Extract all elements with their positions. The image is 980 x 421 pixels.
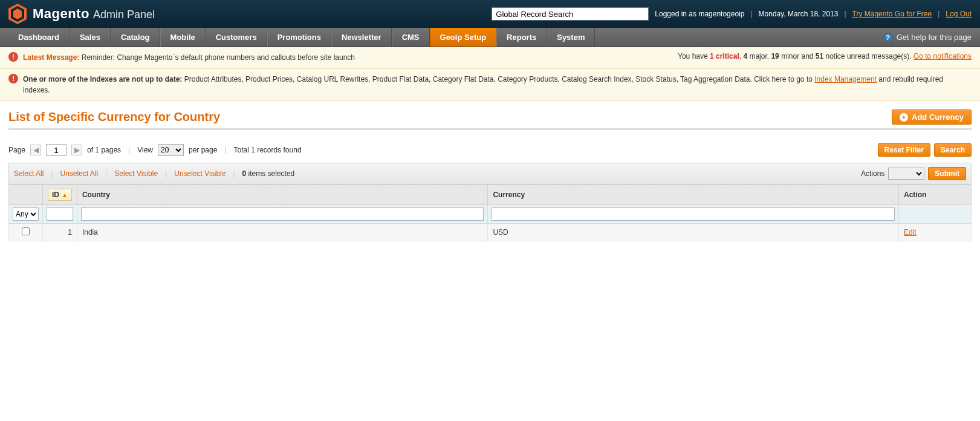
per-page-select[interactable]: 203050100200 (158, 144, 184, 156)
nav-item-system[interactable]: System (547, 28, 595, 47)
massaction-right: Actions Submit (861, 167, 966, 180)
col-header-id[interactable]: ID▲ (43, 185, 77, 205)
minor-label: minor and (779, 52, 816, 60)
title-rule (8, 128, 972, 130)
global-search-input[interactable] (492, 7, 649, 21)
row-checkbox-cell (9, 224, 43, 241)
nav-item-mobile[interactable]: Mobile (160, 28, 206, 47)
items-selected-label: items selected (246, 169, 294, 178)
page-head: List of Specific Currency for Country + … (8, 109, 972, 125)
logged-in-text: Logged in as magentogeoip (655, 10, 744, 18)
separator: | (844, 10, 846, 18)
page-input[interactable] (46, 144, 67, 156)
submit-button[interactable]: Submit (928, 167, 966, 180)
try-magento-link[interactable]: Try Magento Go for Free (852, 10, 932, 18)
sort-asc-icon: ▲ (59, 192, 68, 198)
nav-item-sales[interactable]: Sales (70, 28, 111, 47)
edit-link[interactable]: Edit (904, 228, 917, 237)
header-date: Monday, March 18, 2013 (759, 10, 839, 18)
logged-in-prefix: Logged in as (655, 10, 696, 18)
latest-message-notice: ! Latest Message: Reminder: Change Magen… (0, 47, 980, 69)
unselect-visible-link[interactable]: Unselect Visible (174, 169, 226, 178)
view-label: View (137, 146, 153, 154)
logout-link[interactable]: Log Out (946, 10, 972, 18)
total-records-label: Total 1 records found (234, 146, 302, 154)
nav-item-geoip-setup[interactable]: Geoip Setup (430, 28, 497, 47)
nav-item-promotions[interactable]: Promotions (267, 28, 331, 47)
currency-grid: ID▲ Country Currency Action AnyYesNo (8, 184, 972, 241)
search-button[interactable]: Search (934, 143, 972, 157)
index-notice-text-a: Product Attributes, Product Prices, Cata… (182, 75, 814, 83)
critical-count: 1 (710, 52, 714, 60)
filter-checkbox-cell: AnyYesNo (9, 205, 43, 224)
nav-item-customers[interactable]: Customers (206, 28, 267, 47)
notice-summary: You have 1 critical, 4 major, 19 minor a… (678, 52, 972, 60)
col-header-country[interactable]: Country (77, 185, 488, 205)
brand-logo: Magento Admin Panel (8, 4, 155, 24)
actions-select[interactable] (888, 168, 924, 180)
col-id-label: ID (52, 191, 59, 199)
alert-icon: ! (8, 74, 18, 85)
help-link[interactable]: ? Get help for this page (875, 28, 980, 47)
unselect-all-link[interactable]: Unselect All (60, 169, 98, 178)
index-notice-body: One or more of the Indexes are not up to… (23, 74, 972, 96)
items-selected: 0 items selected (242, 169, 295, 178)
filter-country-input[interactable] (81, 207, 484, 221)
select-visible-link[interactable]: Select Visible (114, 169, 158, 178)
separator: | (47, 169, 56, 178)
page-label: Page (8, 146, 25, 154)
row-currency: USD (488, 224, 899, 241)
filter-row: AnyYesNo (9, 205, 972, 224)
page-prev-button[interactable]: ◀ (30, 145, 41, 155)
logged-in-user: magentogeoip (698, 10, 744, 18)
major-label: major (747, 52, 767, 60)
brand-sub: Admin Panel (93, 8, 155, 21)
row-action-cell: Edit (899, 224, 972, 241)
latest-message-label: Latest Message: (23, 53, 79, 62)
notice-label: notice unread message(s). (823, 52, 913, 60)
index-notice: ! One or more of the Indexes are not up … (0, 69, 980, 101)
add-currency-label: Add Currency (912, 113, 964, 122)
separator: | (161, 169, 170, 178)
per-page-label: per page (189, 146, 217, 154)
reset-filter-button[interactable]: Reset Filter (878, 143, 930, 157)
latest-message-text: Reminder: Change Magento`s default phone… (82, 53, 355, 62)
separator: | (938, 10, 939, 18)
grid-buttons: Reset Filter Search (878, 143, 972, 157)
filter-currency-cell (488, 205, 899, 224)
col-header-checkbox (9, 185, 43, 205)
index-notice-label: One or more of the Indexes are not up to… (23, 75, 182, 83)
nav-item-dashboard[interactable]: Dashboard (8, 28, 70, 47)
select-all-link[interactable]: Select All (14, 169, 44, 178)
of-pages-label: of 1 pages (87, 146, 121, 154)
nav-item-reports[interactable]: Reports (496, 28, 547, 47)
row-checkbox[interactable] (22, 227, 30, 235)
filter-country-cell (77, 205, 488, 224)
brand-main: Magento (33, 6, 89, 22)
col-header-currency[interactable]: Currency (488, 185, 899, 205)
add-currency-button[interactable]: + Add Currency (892, 109, 972, 125)
go-to-notifications-link[interactable]: Go to notifications (913, 52, 972, 60)
index-management-link[interactable]: Index Management (814, 75, 877, 83)
brand-text: Magento Admin Panel (33, 6, 155, 22)
content-area: List of Specific Currency for Country + … (0, 101, 980, 250)
notice-count: 51 (816, 52, 823, 60)
nav-item-catalog[interactable]: Catalog (111, 28, 160, 47)
page-next-button[interactable]: ▶ (71, 145, 82, 155)
filter-currency-input[interactable] (492, 207, 895, 221)
nav-item-newsletter[interactable]: Newsletter (331, 28, 392, 47)
separator: | (750, 10, 752, 18)
separator: | (229, 169, 238, 178)
magento-logo-icon (8, 4, 27, 24)
filter-id-input[interactable] (47, 207, 73, 221)
header-row: ID▲ Country Currency Action (9, 185, 972, 205)
nav-item-cms[interactable]: CMS (392, 28, 430, 47)
table-row[interactable]: 1IndiaUSDEdit (9, 224, 972, 241)
page-title: List of Specific Currency for Country (8, 110, 220, 124)
grid-controls: Page ◀ ▶ of 1 pages | View 203050100200 … (8, 141, 972, 163)
svg-text:!: ! (12, 53, 15, 60)
critical-label: critical (714, 52, 739, 60)
separator: | (222, 146, 229, 154)
filter-any-select[interactable]: AnyYesNo (13, 207, 39, 221)
actions-label: Actions (861, 169, 884, 178)
